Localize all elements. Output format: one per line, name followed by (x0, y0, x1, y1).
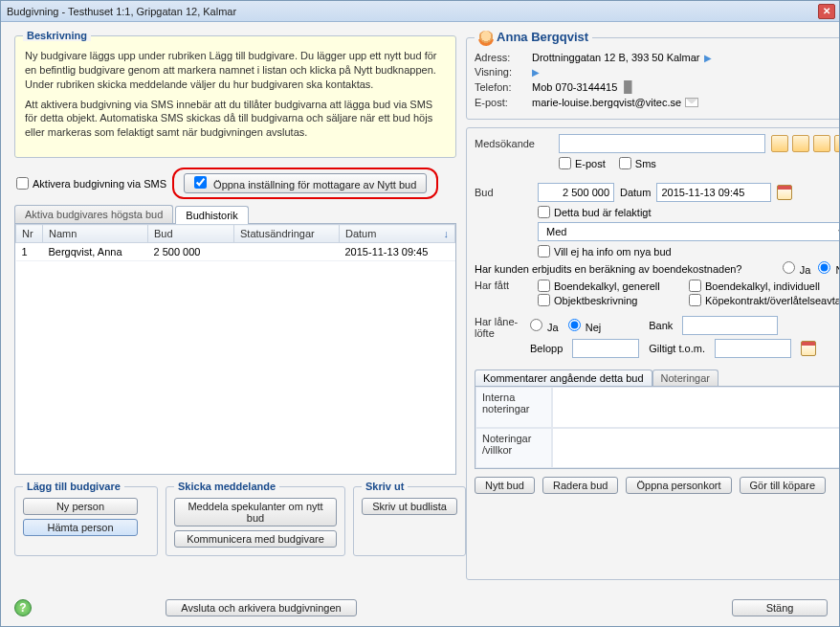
bid-tabs: Aktiva budgivares högsta bud Budhistorik (14, 205, 456, 224)
col-bud[interactable]: Bud (148, 225, 234, 243)
tool-icon-4[interactable] (834, 135, 839, 152)
bud-dropdown[interactable]: Med (538, 222, 839, 241)
skriv-ut-budlista-button[interactable]: Skriv ut budlista (362, 498, 457, 515)
arrow-icon[interactable]: ▶ (704, 53, 712, 63)
medsokande-sms-checkbox[interactable]: Sms (619, 157, 656, 169)
stang-button[interactable]: Stäng (732, 599, 828, 616)
interna-noteringar-label: Interna noteringar (475, 387, 552, 428)
person-email: marie-louise.bergqvist@vitec.se (532, 97, 681, 108)
bud-datum-input[interactable] (656, 183, 771, 202)
kommunicera-budgivare-button[interactable]: Kommunicera med budgivare (174, 530, 337, 548)
calendar-icon[interactable] (777, 185, 792, 200)
col-datum[interactable]: Datum↓ (340, 225, 455, 243)
medsokande-input[interactable] (559, 134, 765, 153)
description-para1: Ny budgivare läggs upp under rubriken Lä… (25, 49, 446, 92)
berakning-ja-radio[interactable]: Ja (783, 261, 811, 276)
col-status[interactable]: Statusändringar (234, 225, 340, 243)
send-message-group: Skicka meddelande Meddela spekulanter om… (166, 481, 345, 556)
print-group: Skriv ut Skriv ut budlista (353, 481, 466, 556)
tab-active-bidders[interactable]: Aktiva budgivares högsta bud (14, 205, 173, 223)
description-legend: Beskrivning (23, 30, 91, 41)
interna-noteringar-cell[interactable] (552, 387, 839, 428)
boendekalkyl-generell-checkbox[interactable]: Boendekalkyl, generell (538, 280, 681, 292)
person-address: Drottninggatan 12 B, 393 50 Kalmar (532, 52, 700, 63)
help-icon[interactable]: ? (14, 599, 32, 616)
description-group: Beskrivning Ny budgivare läggs upp under… (14, 30, 456, 158)
gor-till-kopare-button[interactable]: Gör till köpare (740, 477, 826, 494)
description-para2: Att aktivera budgivning via SMS innebär … (25, 98, 446, 141)
tab-kommentarer[interactable]: Kommentarer angående detta bud (475, 369, 652, 386)
col-nr[interactable]: Nr (16, 225, 43, 243)
window-title: Budgivning - Testhuset 1:1, Gripgatan 12… (7, 6, 818, 17)
arrow-icon[interactable]: ▶ (532, 67, 540, 78)
notes-tabs: Kommentarer angående detta bud Noteringa… (475, 369, 839, 387)
col-namn[interactable]: Namn (43, 225, 148, 243)
tool-icon-1[interactable] (771, 135, 788, 152)
phone-icon[interactable] (621, 80, 634, 94)
tool-icon-2[interactable] (792, 135, 809, 152)
berakning-nej-radio[interactable]: Nej (818, 261, 839, 276)
bank-input[interactable] (682, 316, 778, 335)
person-group: Anna Bergqvist Adress: Drottninggatan 12… (466, 30, 839, 120)
close-icon[interactable]: ✕ (818, 4, 835, 19)
giltigt-input[interactable] (715, 339, 791, 358)
envelope-icon[interactable] (685, 98, 698, 107)
meddela-spekulanter-button[interactable]: Meddela spekulanter om nytt bud (174, 498, 337, 526)
ny-person-button[interactable]: Ny person (23, 498, 138, 515)
user-icon (478, 31, 494, 46)
open-settings-button[interactable]: Öppna inställning för mottagare av Nytt … (184, 173, 427, 193)
lane-ja-radio[interactable]: Ja (530, 319, 559, 333)
lane-nej-radio[interactable]: Nej (568, 319, 602, 333)
hamta-person-button[interactable]: Hämta person (23, 519, 138, 536)
notes-grid: Interna noteringar Noteringar /villkor (475, 387, 839, 469)
bud-input[interactable] (538, 183, 614, 202)
oppna-personkort-button[interactable]: Öppna personkort (626, 477, 731, 494)
noteringar-villkor-cell[interactable] (552, 428, 839, 469)
person-legend: Anna Bergqvist (475, 30, 592, 46)
nytt-bud-button[interactable]: Nytt bud (475, 477, 535, 494)
medsokande-epost-checkbox[interactable]: E-post (559, 157, 606, 169)
bid-detail-group: Medsökande E-post Sms Bud (466, 127, 839, 580)
objektbeskrivning-checkbox[interactable]: Objektbeskrivning (538, 294, 681, 306)
vill-ej-checkbox[interactable]: Vill ej ha info om nya bud (538, 245, 672, 258)
sort-desc-icon: ↓ (444, 228, 450, 239)
tool-icon-3[interactable] (813, 135, 830, 152)
noteringar-villkor-label: Noteringar /villkor (475, 428, 552, 469)
avsluta-arkivera-button[interactable]: Avsluta och arkivera budgivningen (166, 599, 357, 616)
person-phone: Mob 070-3144415 (532, 81, 617, 93)
radera-bud-button[interactable]: Radera bud (542, 477, 619, 494)
table-row[interactable]: 1 Bergqvist, Anna 2 500 000 2015-11-13 0… (16, 243, 455, 261)
activate-sms-checkbox[interactable]: Aktivera budgivning via SMS (16, 177, 166, 190)
bud-felaktigt-checkbox[interactable]: Detta bud är felaktigt (538, 206, 652, 218)
belopp-input[interactable] (572, 339, 639, 358)
calendar-icon[interactable] (801, 341, 816, 356)
berakning-label: Har kunden erbjudits en beräkning av boe… (475, 263, 775, 275)
tab-bid-history[interactable]: Budhistorik (175, 206, 248, 224)
bid-table: Nr Namn Bud Statusändringar Datum↓ 1 Ber… (14, 224, 456, 475)
tab-noteringar[interactable]: Noteringar (652, 369, 718, 386)
kopekontrakt-checkbox[interactable]: Köpekontrakt/överlåtelseavtal (689, 294, 839, 306)
open-settings-highlight: Öppna inställning för mottagare av Nytt … (172, 168, 438, 199)
boendekalkyl-individuell-checkbox[interactable]: Boendekalkyl, individuell (689, 280, 839, 292)
add-bidder-group: Lägg till budgivare Ny person Hämta pers… (14, 481, 158, 556)
